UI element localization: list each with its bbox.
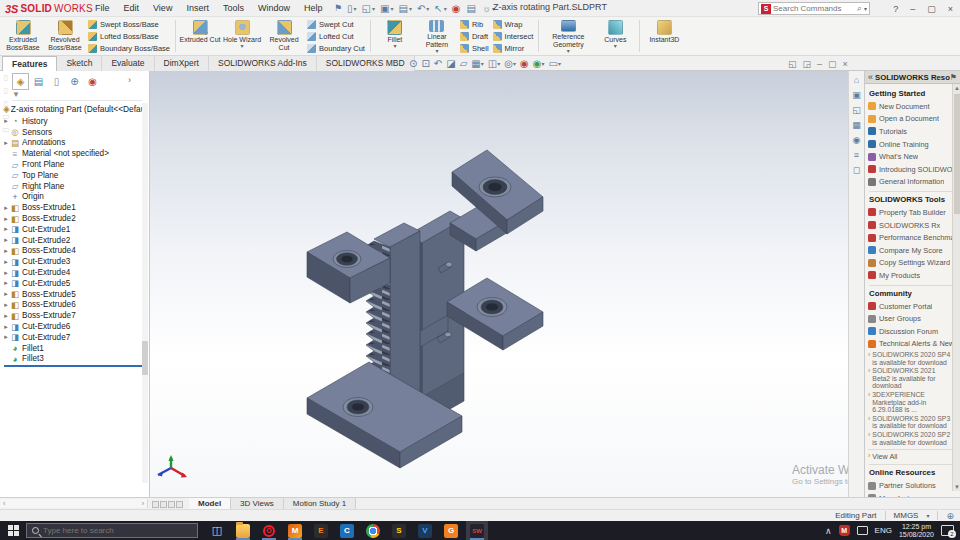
doc-window-button[interactable]: ▢ <box>828 59 837 69</box>
language-indicator[interactable]: ENG <box>875 526 892 535</box>
close-button[interactable]: × <box>943 4 958 14</box>
scroll-down-icon[interactable]: ▼ <box>953 484 960 490</box>
tree-item[interactable]: ▸ ◨ Cut-Extrude1 <box>2 224 142 235</box>
taskbar-app-icon[interactable]: G <box>440 521 462 540</box>
expand-arrow-icon[interactable]: ▸ <box>2 204 10 212</box>
taskpane-link[interactable]: SOLIDWORKS Rx <box>868 219 953 232</box>
revolved-cut-button[interactable]: Revolved Cut <box>263 18 305 54</box>
taskpane-link[interactable]: Compare My Score <box>868 244 953 257</box>
search-magnifier-icon[interactable]: ⌕ <box>857 3 862 14</box>
expand-arrow-icon[interactable]: ▸ <box>2 247 10 255</box>
tree-item[interactable]: ▸ ◧ Boss-Extrude2 <box>2 213 142 224</box>
taskbar-app-icon[interactable] <box>232 521 254 540</box>
tree-item[interactable]: ▸ ◧ Boss-Extrude4 <box>2 246 142 257</box>
instant3d-button[interactable]: Instant3D <box>643 18 685 54</box>
doc-window-button[interactable]: ◲ <box>803 59 812 69</box>
viewbar-icon[interactable]: ◉ ▾ <box>532 58 546 69</box>
menu-item[interactable]: Tools <box>216 0 251 17</box>
boss-stack-button[interactable]: Boundary Boss/Base <box>88 43 170 54</box>
expand-arrow-icon[interactable]: ▸ <box>2 312 10 320</box>
task-pane-tab-icon[interactable]: ◱ <box>852 105 861 115</box>
network-icon[interactable] <box>857 526 868 535</box>
viewbar-icon[interactable]: ◎ ▾ <box>503 58 517 69</box>
expand-arrow-icon[interactable]: ▸ <box>2 258 10 266</box>
viewbar-icon[interactable]: ◪ <box>445 58 456 69</box>
tab-nav-buttons[interactable] <box>152 501 183 508</box>
tree-item[interactable]: ▸ ◧ Boss-Extrude1 <box>2 202 142 213</box>
taskpane-link[interactable]: Property Tab Builder <box>868 206 953 219</box>
collapse-pane-icon[interactable]: « <box>868 72 873 82</box>
task-pane-scrollbar[interactable]: ▲ ▼ <box>952 84 960 491</box>
boss-stack-button[interactable]: Swept Boss/Base <box>88 19 170 30</box>
tree-hscrollbar[interactable]: ‹ › <box>0 499 148 508</box>
taskbar-app-icon[interactable] <box>362 521 384 540</box>
scroll-right-icon[interactable]: › <box>142 500 144 507</box>
taskbar-search[interactable] <box>26 523 198 538</box>
taskpane-link[interactable]: Copy Settings Wizard <box>868 257 953 270</box>
menu-item[interactable]: Insert <box>179 0 216 17</box>
tree-scrollbar[interactable] <box>142 103 148 483</box>
tree-item[interactable]: ≡ Material <not specified> <box>2 148 142 159</box>
taskpane-link[interactable]: Discussion Forum <box>868 325 953 338</box>
menu-item[interactable]: Edit <box>117 0 147 17</box>
tree-item[interactable]: ▸ ◧ Boss-Extrude5 <box>2 289 142 300</box>
menu-item[interactable]: Window <box>251 0 297 17</box>
ribbon-tab[interactable]: Features <box>2 56 57 71</box>
command-search-input[interactable] <box>773 4 857 13</box>
tree-item[interactable]: ▸ ◨ Cut-Extrude4 <box>2 267 142 278</box>
doc-window-button[interactable]: ◱ <box>788 59 797 69</box>
expand-arrow-icon[interactable]: ▸ <box>2 236 10 244</box>
tree-item[interactable]: + Origin <box>2 192 142 203</box>
start-button[interactable] <box>0 521 26 540</box>
taskbar-app-icon[interactable]: SW <box>466 521 488 540</box>
taskpane-link[interactable]: My Products <box>868 269 953 282</box>
doc-window-button[interactable]: × <box>843 59 848 69</box>
taskpane-link[interactable]: General Information <box>868 176 953 189</box>
task-pane-tab-icon[interactable]: ▣ <box>852 90 861 100</box>
tree-item[interactable]: ◕ Fillet3 <box>2 354 142 365</box>
task-pane-tab-icon[interactable]: ▦ <box>852 120 861 130</box>
taskbar-search-input[interactable] <box>43 526 173 535</box>
expand-arrow-icon[interactable]: ▸ <box>2 269 10 277</box>
3d-model[interactable] <box>270 135 610 480</box>
tree-item[interactable]: ▸ ▤ Annotations <box>2 138 142 149</box>
menu-item[interactable]: File <box>88 0 117 17</box>
tree-item[interactable]: ▸ ◧ Boss-Extrude7 <box>2 310 142 321</box>
doc-window-button[interactable]: – <box>817 59 822 69</box>
extruded-cut-button[interactable]: Extruded Cut <box>179 18 221 54</box>
rollback-bar[interactable] <box>4 365 142 367</box>
restore-button[interactable]: ▢ <box>922 4 941 14</box>
news-item[interactable]: › SOLIDWORKS 2020 SP2 is available for d… <box>868 431 953 446</box>
scrollbar-thumb[interactable] <box>142 341 148 375</box>
scroll-left-icon[interactable]: ‹ <box>3 500 5 507</box>
curves-button[interactable]: Curves ▾ <box>594 18 636 54</box>
viewbar-icon[interactable]: ▭ ▾ <box>548 58 562 69</box>
feature-stack-button[interactable]: Draft <box>460 31 489 42</box>
feature-stack-button[interactable]: Intersect <box>493 31 534 42</box>
help-button[interactable]: ? <box>888 4 903 14</box>
tree-item[interactable]: ◎ Sensors <box>2 127 142 138</box>
menu-item[interactable]: View <box>146 0 179 17</box>
taskpane-link[interactable]: New Document <box>868 100 953 113</box>
taskbar-app-icon[interactable]: ◫ <box>206 521 228 540</box>
pin-pane-icon[interactable]: ⚑ <box>950 73 957 82</box>
expand-arrow-icon[interactable]: ▸ <box>2 290 10 298</box>
viewbar-icon[interactable]: ◫ ▾ <box>487 58 501 69</box>
antivirus-icon[interactable]: M <box>839 525 850 536</box>
taskpane-link[interactable]: Customer Portal <box>868 300 953 313</box>
tree-item[interactable]: ▸ ◔ History <box>2 116 142 127</box>
boss-stack-button[interactable]: Lofted Boss/Base <box>88 31 170 42</box>
taskpane-link[interactable]: Partner Solutions <box>868 479 953 492</box>
taskpane-link[interactable]: User Groups <box>868 312 953 325</box>
units-caret-icon[interactable]: ▾ <box>926 512 929 519</box>
tree-item[interactable]: ▸ ◧ Boss-Extrude6 <box>2 300 142 311</box>
viewbar-icon[interactable]: ◉ <box>519 58 530 69</box>
panel-tab[interactable]: ◈ <box>12 73 29 90</box>
task-pane-tab-icon[interactable]: ◻ <box>853 165 860 175</box>
ribbon-tab[interactable]: Evaluate <box>102 56 154 71</box>
ribbon-tab[interactable]: SOLIDWORKS MBD <box>317 56 415 71</box>
ribbon-tab[interactable]: SOLIDWORKS Add-Ins <box>209 56 317 71</box>
view-all-link[interactable]: › View All <box>868 449 953 461</box>
task-pane-tab-icon[interactable]: ≡ <box>854 150 859 160</box>
news-item[interactable]: › SOLIDWORKS 2021 Beta2 is available for… <box>868 367 953 390</box>
